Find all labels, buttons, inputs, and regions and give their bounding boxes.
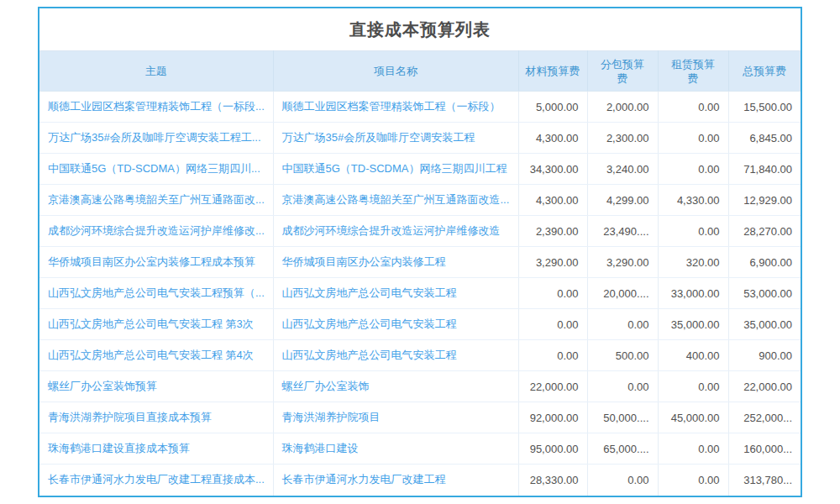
project-cell[interactable]: 珠海鹤港口建设: [273, 433, 518, 465]
material-cell: 2,390.00: [518, 216, 587, 247]
subcontract-cell: 0.00: [587, 465, 658, 496]
total-cell: 22,000.00: [728, 371, 801, 402]
subject-cell[interactable]: 螺丝厂办公室装饰预算: [39, 371, 273, 402]
project-cell[interactable]: 万达广场35#会所及咖啡厅空调安装工程: [273, 123, 518, 154]
subcontract-cell: 4,299.00: [587, 185, 658, 216]
table-row: 顺德工业园区档案管理精装饰工程（一标段...顺德工业园区档案管理精装饰工程（一标…: [39, 92, 801, 123]
project-cell[interactable]: 山西弘文房地产总公司电气安装工程: [273, 340, 518, 371]
table-row: 山西弘文房地产总公司电气安装工程 第4次山西弘文房地产总公司电气安装工程0.00…: [39, 340, 801, 371]
total-cell: 252,000...: [728, 402, 801, 433]
material-cell: 5,000.00: [518, 92, 587, 123]
project-cell[interactable]: 螺丝厂办公室装饰: [273, 371, 518, 402]
subject-cell[interactable]: 顺德工业园区档案管理精装饰工程（一标段...: [39, 92, 273, 123]
material-cell: 28,330.00: [518, 465, 587, 496]
subject-cell[interactable]: 成都沙河环境综合提升改造运河护岸维修改...: [39, 216, 273, 247]
subject-cell[interactable]: 华侨城项目南区办公室内装修工程成本预算: [39, 247, 273, 278]
total-cell: 313,780...: [728, 465, 801, 496]
table-row: 青海洪湖养护院项目直接成本预算青海洪湖养护院项目92,000.0050,000.…: [39, 402, 801, 433]
subcontract-cell: 20,000....: [587, 278, 658, 309]
total-cell: 53,000.00: [728, 278, 801, 309]
subject-cell[interactable]: 珠海鹤港口建设直接成本预算: [39, 433, 273, 465]
project-cell[interactable]: 京港澳高速公路粤境韶关至广州互通路面改造...: [273, 185, 518, 216]
table-row: 中国联通5G（TD-SCDMA）网络三期四川...中国联通5G（TD-SCDMA…: [39, 154, 801, 185]
table-row: 华侨城项目南区办公室内装修工程成本预算华侨城项目南区办公室内装修工程3,290.…: [39, 247, 801, 278]
subcontract-cell: 50,000....: [587, 402, 658, 433]
lease-cell: 400.00: [658, 340, 728, 371]
lease-cell: 4,330.00: [658, 185, 728, 216]
page-title: 直接成本预算列表: [349, 18, 491, 41]
title-bar: 直接成本预算列表: [39, 8, 801, 50]
material-cell: 4,300.00: [518, 123, 587, 154]
subcontract-cell: 3,290.00: [587, 247, 658, 278]
lease-cell: 0.00: [658, 216, 728, 247]
material-cell: 0.00: [518, 340, 587, 371]
project-cell[interactable]: 华侨城项目南区办公室内装修工程: [273, 247, 518, 278]
total-cell: 6,900.00: [728, 247, 801, 278]
table-row: 山西弘文房地产总公司电气安装工程预算（...山西弘文房地产总公司电气安装工程0.…: [39, 278, 801, 309]
table-row: 长春市伊通河水力发电厂改建工程直接成本...长春市伊通河水力发电厂改建工程28,…: [39, 465, 801, 496]
subcontract-cell: 0.00: [587, 309, 658, 340]
subject-cell[interactable]: 山西弘文房地产总公司电气安装工程预算（...: [39, 278, 273, 309]
total-cell: 6,845.00: [728, 123, 801, 154]
budget-table: 主题项目名称材料预算费分包预算 费租赁预算 费总预算费 顺德工业园区档案管理精装…: [39, 50, 801, 496]
budget-list-panel: 直接成本预算列表 主题项目名称材料预算费分包预算 费租赁预算 费总预算费 顺德工…: [38, 7, 802, 497]
lease-cell: 320.00: [658, 247, 728, 278]
subcontract-cell: 23,490....: [587, 216, 658, 247]
table-header: 主题项目名称材料预算费分包预算 费租赁预算 费总预算费: [39, 51, 801, 92]
lease-cell: 35,000.00: [658, 309, 728, 340]
project-cell[interactable]: 青海洪湖养护院项目: [273, 402, 518, 433]
column-header-subject: 主题: [39, 51, 273, 92]
table-row: 万达广场35#会所及咖啡厅空调安装工程工...万达广场35#会所及咖啡厅空调安装…: [39, 123, 801, 154]
column-header-project: 项目名称: [273, 51, 518, 92]
material-cell: 0.00: [518, 278, 587, 309]
total-cell: 15,500.00: [728, 92, 801, 123]
subject-cell[interactable]: 青海洪湖养护院项目直接成本预算: [39, 402, 273, 433]
column-header-subcontract: 分包预算 费: [587, 51, 658, 92]
material-cell: 22,000.00: [518, 371, 587, 402]
material-cell: 34,300.00: [518, 154, 587, 185]
material-cell: 95,000.00: [518, 433, 587, 465]
lease-cell: 0.00: [658, 371, 728, 402]
lease-cell: 0.00: [658, 465, 728, 496]
table-body: 顺德工业园区档案管理精装饰工程（一标段...顺德工业园区档案管理精装饰工程（一标…: [39, 92, 801, 496]
lease-cell: 45,000.00: [658, 402, 728, 433]
total-cell: 71,840.00: [728, 154, 801, 185]
material-cell: 4,300.00: [518, 185, 587, 216]
project-cell[interactable]: 山西弘文房地产总公司电气安装工程: [273, 309, 518, 340]
material-cell: 0.00: [518, 309, 587, 340]
project-cell[interactable]: 长春市伊通河水力发电厂改建工程: [273, 465, 518, 496]
project-cell[interactable]: 中国联通5G（TD-SCDMA）网络三期四川工程: [273, 154, 518, 185]
table-row: 成都沙河环境综合提升改造运河护岸维修改...成都沙河环境综合提升改造运河护岸维修…: [39, 216, 801, 247]
project-cell[interactable]: 成都沙河环境综合提升改造运河护岸维修改造: [273, 216, 518, 247]
lease-cell: 0.00: [658, 92, 728, 123]
table-row: 螺丝厂办公室装饰预算螺丝厂办公室装饰22,000.000.000.0022,00…: [39, 371, 801, 402]
subject-cell[interactable]: 长春市伊通河水力发电厂改建工程直接成本...: [39, 465, 273, 496]
project-cell[interactable]: 顺德工业园区档案管理精装饰工程（一标段）: [273, 92, 518, 123]
subcontract-cell: 2,300.00: [587, 123, 658, 154]
lease-cell: 33,000.00: [658, 278, 728, 309]
subject-cell[interactable]: 京港澳高速公路粤境韶关至广州互通路面改...: [39, 185, 273, 216]
table-row: 山西弘文房地产总公司电气安装工程 第3次山西弘文房地产总公司电气安装工程0.00…: [39, 309, 801, 340]
subcontract-cell: 0.00: [587, 371, 658, 402]
subject-cell[interactable]: 万达广场35#会所及咖啡厅空调安装工程工...: [39, 123, 273, 154]
column-header-total: 总预算费: [728, 51, 801, 92]
table-header-row: 主题项目名称材料预算费分包预算 费租赁预算 费总预算费: [39, 51, 801, 92]
total-cell: 35,000.00: [728, 309, 801, 340]
lease-cell: 0.00: [658, 433, 728, 465]
table-row: 珠海鹤港口建设直接成本预算珠海鹤港口建设95,000.0065,000....0…: [39, 433, 801, 465]
subcontract-cell: 65,000....: [587, 433, 658, 465]
column-header-material: 材料预算费: [518, 51, 587, 92]
material-cell: 3,290.00: [518, 247, 587, 278]
total-cell: 28,270.00: [728, 216, 801, 247]
subcontract-cell: 3,240.00: [587, 154, 658, 185]
subject-cell[interactable]: 山西弘文房地产总公司电气安装工程 第4次: [39, 340, 273, 371]
subject-cell[interactable]: 山西弘文房地产总公司电气安装工程 第3次: [39, 309, 273, 340]
total-cell: 900.00: [728, 340, 801, 371]
lease-cell: 0.00: [658, 154, 728, 185]
lease-cell: 0.00: [658, 123, 728, 154]
subcontract-cell: 500.00: [587, 340, 658, 371]
subject-cell[interactable]: 中国联通5G（TD-SCDMA）网络三期四川...: [39, 154, 273, 185]
column-header-lease: 租赁预算 费: [658, 51, 728, 92]
material-cell: 92,000.00: [518, 402, 587, 433]
project-cell[interactable]: 山西弘文房地产总公司电气安装工程: [273, 278, 518, 309]
